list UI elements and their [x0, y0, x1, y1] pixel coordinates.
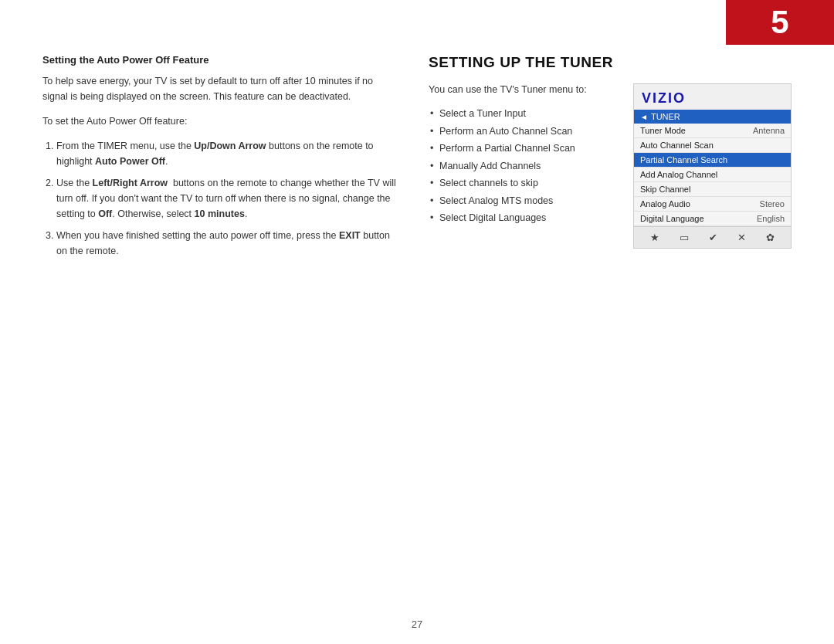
footer-icon-close: ✕: [737, 232, 746, 243]
menu-row-analog-audio[interactable]: Analog Audio Stereo: [634, 197, 791, 212]
right-column: SETTING UP THE TUNER You can use the TV'…: [429, 54, 792, 605]
menu-row-partial-channel-search[interactable]: Partial Channel Search: [634, 153, 791, 168]
footer-icon-settings: ✿: [766, 232, 775, 243]
step-2: Use the Left/Right Arrow buttons on the …: [56, 175, 398, 222]
chapter-number: 5: [771, 6, 788, 39]
step-1: From the TIMER menu, use the Up/Down Arr…: [56, 138, 398, 169]
chapter-header: 5: [726, 0, 834, 45]
footer-icon-check: ✔: [709, 232, 717, 243]
steps-list: From the TIMER menu, use the Up/Down Arr…: [42, 138, 398, 259]
step-3: When you have finished setting the auto …: [56, 228, 398, 259]
menu-footer: ★ ▭ ✔ ✕ ✿: [634, 226, 791, 248]
left-paragraph-1: To help save energy, your TV is set by d…: [42, 73, 398, 104]
page-number: 27: [412, 619, 422, 630]
footer-icon-star: ★: [650, 232, 659, 243]
vizio-logo: VIZIO: [642, 90, 686, 106]
menu-row-tuner-mode[interactable]: Tuner Mode Antenna: [634, 124, 791, 138]
left-column: Setting the Auto Power Off Feature To he…: [42, 54, 398, 605]
vizio-logo-area: VIZIO: [634, 84, 791, 110]
menu-row-digital-language[interactable]: Digital Language English: [634, 212, 791, 226]
tv-menu-panel: VIZIO ◄ TUNER Tuner Mode Antenna Auto Ch…: [633, 83, 792, 249]
left-section-title: Setting the Auto Power Off Feature: [42, 54, 398, 66]
menu-row-auto-channel-scan[interactable]: Auto Channel Scan: [634, 138, 791, 153]
menu-back-arrow: ◄: [640, 113, 648, 121]
right-section-title: SETTING UP THE TUNER: [429, 54, 792, 71]
menu-row-add-analog-channel[interactable]: Add Analog Channel: [634, 168, 791, 182]
left-paragraph-2: To set the Auto Power Off feature:: [42, 114, 398, 129]
menu-row-skip-channel[interactable]: Skip Channel: [634, 182, 791, 197]
menu-items-list: Tuner Mode Antenna Auto Channel Scan Par…: [634, 124, 791, 226]
menu-header: ◄ TUNER: [634, 110, 791, 124]
footer-icon-menu: ▭: [680, 232, 689, 243]
menu-header-label: TUNER: [651, 112, 680, 121]
